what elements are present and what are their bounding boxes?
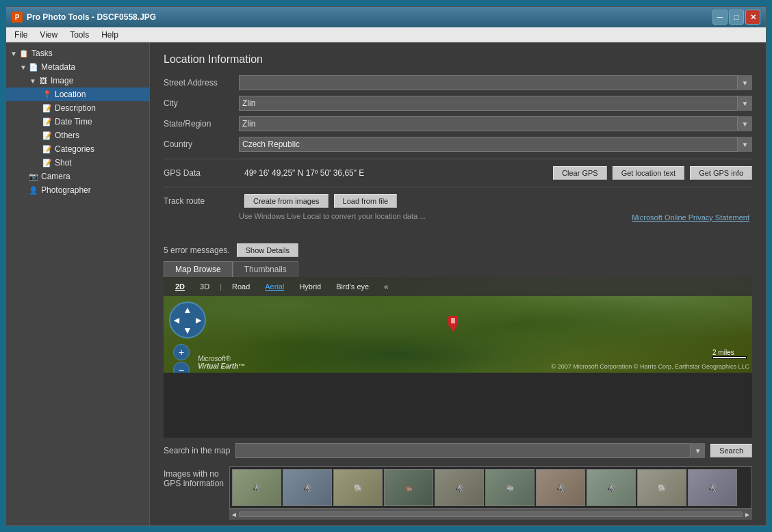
sidebar-categories-label: Categories [55,144,94,154]
gps-row: GPS Data 49º 16' 49,25" N 17º 50' 36,65"… [164,166,752,180]
city-row: City ▼ [164,96,752,111]
thumbnail-7[interactable]: 🦓 [536,469,585,506]
images-label: Images with no GPS information [164,466,224,488]
sidebar-item-categories[interactable]: 📝 Categories [6,142,149,156]
close-button[interactable]: ✕ [745,10,760,25]
thumbnail-9[interactable]: 🐘 [637,469,686,506]
state-region-row: State/Region ▼ [164,116,752,131]
sidebar-shot-label: Shot [55,158,72,168]
sidebar-item-location[interactable]: 📍 Location [6,88,149,101]
error-bar: 5 error messages. Show Details [150,239,766,261]
thumbnail-1[interactable]: 🦓 [232,469,281,506]
thumbnail-scrollbar[interactable]: ◄ ► [229,509,752,520]
state-region-dropdown[interactable]: ▼ [737,116,752,131]
map-mode-birds-eye[interactable]: Bird's eye [330,280,375,293]
map-mode-collapse[interactable]: « [378,280,394,293]
sidebar-item-description[interactable]: 📝 Description [6,101,149,115]
map-nav-right[interactable]: ► [194,315,203,325]
thumbnail-4[interactable]: 🦛 [384,469,433,506]
sidebar-item-photographer[interactable]: 👤 Photographer [6,183,149,197]
right-panel: Location Information Street Address ▼ Ci… [150,42,766,525]
sidebar-item-image[interactable]: ▼ 🖼 Image [6,74,149,88]
city-dropdown[interactable]: ▼ [737,96,752,111]
sidebar-photographer-label: Photographer [41,185,91,195]
track-route-row: Track route Create from images Load from… [164,194,752,208]
thumbnail-6[interactable]: 🐃 [485,469,535,506]
map-scale-bar [712,356,747,359]
country-dropdown[interactable]: ▼ [737,137,752,152]
map-container: 2D 3D | Road Aerial Hybrid Bird's eye « [164,277,752,438]
load-from-file-button[interactable]: Load from file [334,194,398,208]
search-input[interactable] [235,443,705,458]
map-nav-control: ▲ ▼ ◄ ► [169,302,206,338]
scale-label: 2 miles [712,349,747,356]
search-button[interactable]: Search [710,444,752,457]
map-pin [446,315,460,331]
street-address-label: Street Address [164,78,239,88]
map-watermark: Microsoft® Virtual Earth™ [198,355,245,370]
tab-thumbnails[interactable]: Thumbnails [233,261,298,277]
map-toolbar: 2D 3D | Road Aerial Hybrid Bird's eye « [164,277,752,296]
gps-label: GPS Data [164,168,239,178]
clear-gps-button[interactable]: Clear GPS [553,166,607,180]
privacy-link[interactable]: Microsoft Online Privacy Statement [426,213,752,222]
search-dropdown-arrow[interactable]: ▼ [690,443,705,458]
menu-file[interactable]: File [9,29,33,41]
map-mode-hybrid[interactable]: Hybrid [293,280,327,293]
map-nav-down[interactable]: ▼ [183,325,192,336]
map-copyright: © 2007 Microsoft Corporation © Harris Co… [552,363,749,370]
zoom-out-button[interactable]: − [173,362,190,373]
sidebar-item-tasks[interactable]: ▼ 📋 Tasks [6,46,149,60]
map-nav-up[interactable]: ▲ [183,304,192,315]
menu-tools[interactable]: Tools [64,29,94,41]
menu-help[interactable]: Help [96,29,124,41]
sidebar-image-label: Image [51,76,73,85]
info-text: Use Windows Live Local to convert your l… [164,212,426,220]
scroll-track [239,511,743,517]
street-address-dropdown[interactable]: ▼ [737,75,752,90]
city-input[interactable] [239,96,752,111]
street-address-input[interactable] [239,75,752,90]
sidebar-item-shot[interactable]: 📝 Shot [6,156,149,170]
country-row: Country ▼ [164,137,752,152]
search-label: Search in the map [164,446,230,455]
get-location-text-button[interactable]: Get location text [613,166,685,180]
minimize-button[interactable]: ─ [712,10,728,25]
error-message: 5 error messages. [164,245,230,255]
thumbnail-10[interactable]: 🦓 [688,469,737,506]
map-mode-road[interactable]: Road [226,280,256,293]
map-view-area[interactable]: 2D 3D | Road Aerial Hybrid Bird's eye « [164,277,752,373]
show-details-button[interactable]: Show Details [237,243,298,257]
sidebar-location-label: Location [55,90,86,99]
state-region-label: State/Region [164,119,239,129]
thumbnail-2[interactable]: 🦓 [283,469,332,506]
maximize-button[interactable]: □ [729,10,744,25]
menu-view[interactable]: View [34,29,63,41]
map-mode-3d[interactable]: 3D [194,280,216,293]
country-input[interactable] [239,137,752,152]
map-mode-2d[interactable]: 2D [169,280,191,293]
window-title: Pro Photo Tools - DSCF0558.JPG [27,12,156,22]
map-mode-aerial[interactable]: Aerial [259,280,290,293]
sidebar-datetime-label: Date Time [55,117,92,127]
sidebar-item-datetime[interactable]: 📝 Date Time [6,115,149,129]
svg-marker-1 [449,325,457,332]
map-nav-left[interactable]: ◄ [172,315,181,325]
sidebar-camera-label: Camera [41,172,70,181]
create-from-images-button[interactable]: Create from images [244,194,329,208]
sidebar-item-camera[interactable]: 📷 Camera [6,170,149,183]
sidebar-item-others[interactable]: 📝 Others [6,129,149,142]
tab-map-browse[interactable]: Map Browse [164,261,233,277]
zoom-in-button[interactable]: + [173,344,190,360]
sidebar-item-metadata[interactable]: ▼ 📄 Metadata [6,60,149,74]
city-label: City [164,98,239,108]
thumbnail-3[interactable]: 🐘 [333,469,383,506]
map-scale: 2 miles [712,349,747,359]
state-region-input[interactable] [239,116,752,131]
svg-rect-2 [451,318,455,323]
thumbnail-8[interactable]: 🦓 [587,469,636,506]
images-row: Images with no GPS information 🦓 🦓 [150,464,766,525]
get-gps-info-button[interactable]: Get GPS info [690,166,752,180]
tabs-bar: Map Browse Thumbnails [150,261,766,277]
thumbnail-5[interactable]: 🦓 [435,469,484,506]
